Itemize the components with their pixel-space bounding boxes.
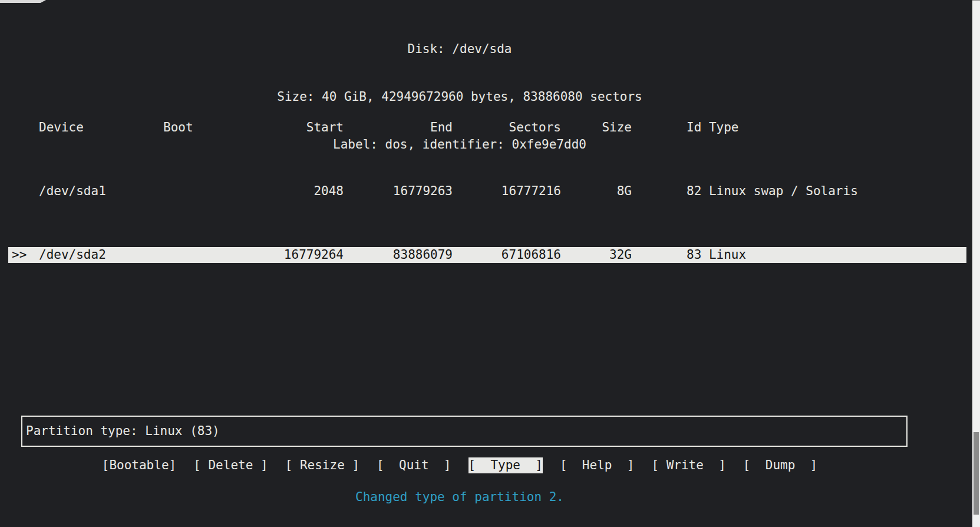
size-cell: 32G	[561, 247, 632, 263]
type-value: Linux	[709, 248, 746, 262]
page-scrollbar[interactable]	[972, 0, 980, 527]
partition-type-info-box: Partition type: Linux (83)	[21, 416, 908, 447]
menu-item-bootable[interactable]: [Bootable]	[102, 457, 176, 473]
menu-item-delete[interactable]: [ Delete ]	[193, 457, 268, 473]
device-cell: /dev/sda2	[39, 247, 163, 263]
id-value: 83	[687, 247, 701, 263]
table-row-sda2-selected[interactable]: >> /dev/sda2 16779264 83886079 67106816 …	[8, 247, 966, 263]
end-cell: 16779263	[344, 183, 453, 199]
boot-column-header: Boot	[163, 120, 271, 136]
menu-item-help[interactable]: [ Help ]	[560, 457, 634, 473]
type-value: Linux swap / Solaris	[709, 184, 858, 198]
id-type-cell: 82Linux swap / Solaris	[687, 183, 966, 199]
device-column-header: Device	[39, 120, 163, 136]
size-cell: 8G	[561, 183, 632, 199]
selection-marker: >>	[8, 247, 39, 263]
browser-tab-sliver	[0, 0, 46, 3]
end-cell: 83886079	[344, 247, 453, 263]
end-column-header: End	[344, 120, 453, 136]
disk-title-line: Disk: /dev/sda	[0, 41, 919, 57]
table-header-row: Device Boot Start End Sectors Size Id Ty…	[8, 120, 966, 136]
terminal-screen[interactable]: Disk: /dev/sda Size: 40 GiB, 42949672960…	[0, 0, 972, 527]
partition-table: Device Boot Start End Sectors Size Id Ty…	[0, 72, 972, 311]
size-column-header: Size	[561, 120, 632, 136]
menu-item-quit[interactable]: [ Quit ]	[377, 457, 451, 473]
id-value: 82	[687, 183, 701, 199]
device-cell: /dev/sda1	[39, 183, 163, 199]
sectors-column-header: Sectors	[453, 120, 561, 136]
status-message: Changed type of partition 2.	[0, 489, 919, 505]
partition-type-text: Partition type: Linux (83)	[26, 423, 220, 439]
scrollbar-thumb[interactable]	[974, 432, 979, 515]
start-cell: 16779264	[271, 247, 344, 263]
menu-item-write[interactable]: [ Write ]	[651, 457, 725, 473]
menu-bar: [Bootable] [ Delete ] [ Resize ] [ Quit …	[0, 457, 919, 473]
id-type-cell: 83Linux	[687, 247, 966, 263]
table-row-sda1[interactable]: /dev/sda1 2048 16779263 16777216 8G 82Li…	[8, 183, 966, 199]
menu-item-dump[interactable]: [ Dump ]	[743, 457, 817, 473]
menu-item-type-selected[interactable]: [ Type ]	[468, 457, 543, 473]
id-type-column-header: Id Type	[687, 120, 966, 136]
menu-item-resize[interactable]: [ Resize ]	[285, 457, 359, 473]
sectors-cell: 16777216	[453, 183, 561, 199]
sectors-cell: 67106816	[453, 247, 561, 263]
start-column-header: Start	[271, 120, 344, 136]
start-cell: 2048	[271, 183, 344, 199]
